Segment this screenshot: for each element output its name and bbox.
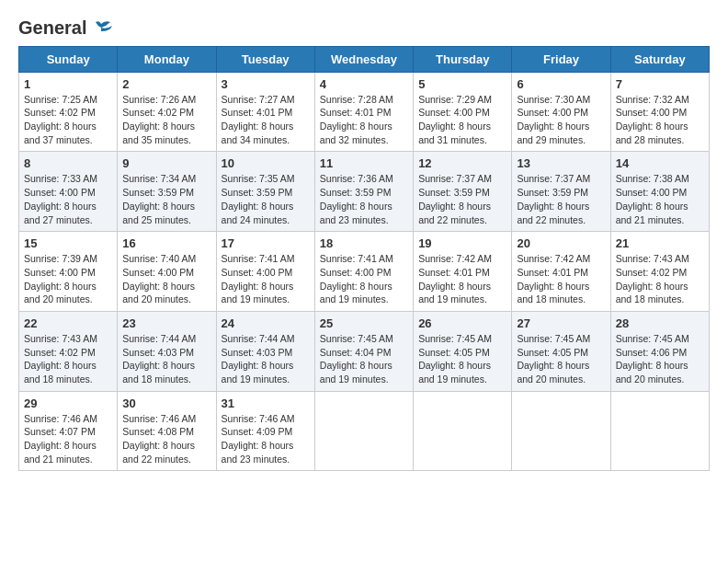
day-number: 31 <box>222 396 310 410</box>
day-number: 22 <box>24 316 112 330</box>
day-number: 23 <box>122 316 210 330</box>
sunrise-label: Sunrise: 7:45 AM <box>517 333 590 344</box>
calendar-week-row: 22 Sunrise: 7:43 AM Sunset: 4:02 PM Dayl… <box>19 311 710 391</box>
cell-content: Sunrise: 7:37 AM Sunset: 3:59 PM Dayligh… <box>517 172 605 226</box>
calendar-table: SundayMondayTuesdayWednesdayThursdayFrid… <box>18 46 710 472</box>
day-number: 10 <box>222 156 310 170</box>
cell-content: Sunrise: 7:46 AM Sunset: 4:09 PM Dayligh… <box>222 412 310 466</box>
daylight-label: Daylight: 8 hours and 19 minutes. <box>320 281 392 305</box>
cell-content: Sunrise: 7:33 AM Sunset: 4:00 PM Dayligh… <box>24 172 112 226</box>
calendar-cell: 24 Sunrise: 7:44 AM Sunset: 4:03 PM Dayl… <box>216 311 314 391</box>
daylight-label: Daylight: 8 hours and 28 minutes. <box>616 121 688 145</box>
daylight-label: Daylight: 8 hours and 22 minutes. <box>418 201 491 225</box>
cell-content: Sunrise: 7:28 AM Sunset: 4:01 PM Dayligh… <box>320 93 408 147</box>
sunset-label: Sunset: 4:02 PM <box>616 267 688 278</box>
daylight-label: Daylight: 8 hours and 18 minutes. <box>24 360 97 385</box>
daylight-label: Daylight: 8 hours and 19 minutes. <box>418 281 491 305</box>
daylight-label: Daylight: 8 hours and 20 minutes. <box>616 360 688 385</box>
calendar-week-row: 1 Sunrise: 7:25 AM Sunset: 4:02 PM Dayli… <box>19 72 710 152</box>
daylight-label: Daylight: 8 hours and 18 minutes. <box>122 360 195 385</box>
daylight-label: Daylight: 8 hours and 34 minutes. <box>222 121 294 145</box>
sunset-label: Sunset: 4:09 PM <box>222 426 293 437</box>
sunset-label: Sunset: 4:02 PM <box>24 347 96 358</box>
sunset-label: Sunset: 4:03 PM <box>222 347 293 358</box>
cell-content: Sunrise: 7:46 AM Sunset: 4:08 PM Dayligh… <box>122 412 210 466</box>
daylight-label: Daylight: 8 hours and 27 minutes. <box>24 201 97 225</box>
cell-content: Sunrise: 7:36 AM Sunset: 3:59 PM Dayligh… <box>320 172 408 226</box>
sunrise-label: Sunrise: 7:46 AM <box>222 413 295 424</box>
daylight-label: Daylight: 8 hours and 21 minutes. <box>24 440 97 465</box>
day-number: 1 <box>24 77 112 91</box>
sunset-label: Sunset: 4:01 PM <box>320 107 392 118</box>
day-header-tuesday: Tuesday <box>216 46 314 72</box>
cell-content: Sunrise: 7:45 AM Sunset: 4:05 PM Dayligh… <box>517 332 605 386</box>
day-number: 6 <box>517 77 605 91</box>
sunset-label: Sunset: 4:01 PM <box>517 267 588 278</box>
day-number: 2 <box>122 77 210 91</box>
daylight-label: Daylight: 8 hours and 18 minutes. <box>616 281 688 305</box>
calendar-cell: 10 Sunrise: 7:35 AM Sunset: 3:59 PM Dayl… <box>216 152 314 232</box>
cell-content: Sunrise: 7:45 AM Sunset: 4:04 PM Dayligh… <box>320 332 408 386</box>
calendar-cell: 23 Sunrise: 7:44 AM Sunset: 4:03 PM Dayl… <box>118 311 216 391</box>
calendar-cell: 20 Sunrise: 7:42 AM Sunset: 4:01 PM Dayl… <box>512 232 610 312</box>
sunset-label: Sunset: 4:05 PM <box>418 347 490 358</box>
cell-content: Sunrise: 7:42 AM Sunset: 4:01 PM Dayligh… <box>517 252 605 306</box>
cell-content: Sunrise: 7:46 AM Sunset: 4:07 PM Dayligh… <box>24 412 112 466</box>
logo: General <box>18 18 114 37</box>
sunset-label: Sunset: 3:59 PM <box>320 187 392 198</box>
sunrise-label: Sunrise: 7:42 AM <box>517 253 590 264</box>
day-number: 30 <box>122 396 210 410</box>
day-number: 29 <box>24 396 112 410</box>
day-number: 19 <box>418 236 506 250</box>
sunset-label: Sunset: 4:08 PM <box>122 426 194 437</box>
calendar-cell: 27 Sunrise: 7:45 AM Sunset: 4:05 PM Dayl… <box>512 311 610 391</box>
day-header-wednesday: Wednesday <box>314 46 413 72</box>
calendar-cell: 15 Sunrise: 7:39 AM Sunset: 4:00 PM Dayl… <box>19 232 118 312</box>
sunrise-label: Sunrise: 7:35 AM <box>222 173 295 184</box>
cell-content: Sunrise: 7:35 AM Sunset: 3:59 PM Dayligh… <box>222 172 310 226</box>
sunset-label: Sunset: 4:01 PM <box>222 107 293 118</box>
calendar-cell: 17 Sunrise: 7:41 AM Sunset: 4:00 PM Dayl… <box>216 232 314 312</box>
cell-content: Sunrise: 7:40 AM Sunset: 4:00 PM Dayligh… <box>122 252 210 306</box>
cell-content: Sunrise: 7:41 AM Sunset: 4:00 PM Dayligh… <box>320 252 408 306</box>
sunset-label: Sunset: 4:02 PM <box>122 107 194 118</box>
calendar-cell: 19 Sunrise: 7:42 AM Sunset: 4:01 PM Dayl… <box>414 232 512 312</box>
calendar-cell: 1 Sunrise: 7:25 AM Sunset: 4:02 PM Dayli… <box>19 72 118 152</box>
sunset-label: Sunset: 4:00 PM <box>418 107 490 118</box>
calendar-cell: 29 Sunrise: 7:46 AM Sunset: 4:07 PM Dayl… <box>19 391 118 471</box>
sunset-label: Sunset: 4:01 PM <box>418 267 490 278</box>
daylight-label: Daylight: 8 hours and 23 minutes. <box>222 440 294 465</box>
calendar-cell: 4 Sunrise: 7:28 AM Sunset: 4:01 PM Dayli… <box>314 72 413 152</box>
sunrise-label: Sunrise: 7:45 AM <box>320 333 393 344</box>
cell-content: Sunrise: 7:29 AM Sunset: 4:00 PM Dayligh… <box>418 93 506 147</box>
day-number: 8 <box>24 156 112 170</box>
sunrise-label: Sunrise: 7:25 AM <box>24 94 97 105</box>
cell-content: Sunrise: 7:37 AM Sunset: 3:59 PM Dayligh… <box>418 172 506 226</box>
sunrise-label: Sunrise: 7:44 AM <box>122 333 196 344</box>
calendar-cell: 11 Sunrise: 7:36 AM Sunset: 3:59 PM Dayl… <box>314 152 413 232</box>
cell-content: Sunrise: 7:25 AM Sunset: 4:02 PM Dayligh… <box>24 93 112 147</box>
cell-content: Sunrise: 7:34 AM Sunset: 3:59 PM Dayligh… <box>122 172 210 226</box>
daylight-label: Daylight: 8 hours and 18 minutes. <box>517 281 589 305</box>
day-number: 13 <box>517 156 605 170</box>
cell-content: Sunrise: 7:43 AM Sunset: 4:02 PM Dayligh… <box>616 252 704 306</box>
day-number: 28 <box>616 316 704 330</box>
calendar-cell: 7 Sunrise: 7:32 AM Sunset: 4:00 PM Dayli… <box>610 72 709 152</box>
calendar-cell: 6 Sunrise: 7:30 AM Sunset: 4:00 PM Dayli… <box>512 72 610 152</box>
calendar-cell: 31 Sunrise: 7:46 AM Sunset: 4:09 PM Dayl… <box>216 391 314 471</box>
calendar-cell <box>610 391 709 471</box>
daylight-label: Daylight: 8 hours and 22 minutes. <box>517 201 589 225</box>
daylight-label: Daylight: 8 hours and 35 minutes. <box>122 121 195 145</box>
day-number: 25 <box>320 316 408 330</box>
sunrise-label: Sunrise: 7:41 AM <box>222 253 295 264</box>
sunset-label: Sunset: 4:05 PM <box>517 347 588 358</box>
calendar-cell: 12 Sunrise: 7:37 AM Sunset: 3:59 PM Dayl… <box>414 152 512 232</box>
sunset-label: Sunset: 4:03 PM <box>122 347 194 358</box>
day-number: 27 <box>517 316 605 330</box>
calendar-cell: 2 Sunrise: 7:26 AM Sunset: 4:02 PM Dayli… <box>118 72 216 152</box>
calendar-cell <box>512 391 610 471</box>
cell-content: Sunrise: 7:41 AM Sunset: 4:00 PM Dayligh… <box>222 252 310 306</box>
sunset-label: Sunset: 4:00 PM <box>616 107 688 118</box>
sunset-label: Sunset: 3:59 PM <box>122 187 194 198</box>
sunrise-label: Sunrise: 7:37 AM <box>418 173 492 184</box>
